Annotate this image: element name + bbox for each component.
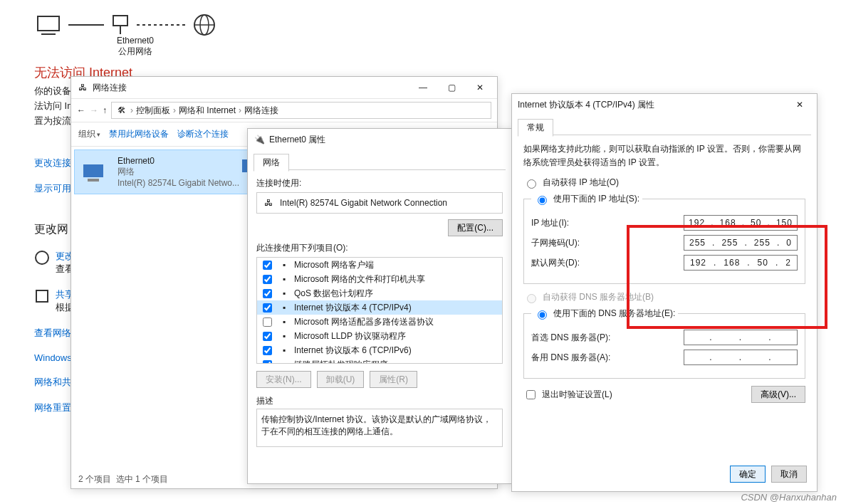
- desc-label: 描述: [256, 395, 503, 407]
- ipv4-close-button[interactable]: ✕: [785, 95, 814, 115]
- configure-button[interactable]: 配置(C)...: [448, 219, 503, 236]
- svg-point-9: [36, 251, 48, 264]
- explorer-nav: ← → ↑ 🛠 ›控制面板 ›网络和 Internet ›网络连接: [71, 98, 497, 122]
- advanced-button[interactable]: 高级(V)...: [751, 386, 805, 403]
- component-label: Microsoft 网络适配器多路传送器协议: [294, 316, 434, 328]
- mask-label: 子网掩码(U):: [531, 237, 580, 249]
- adapter-small-icon: 🔌: [254, 134, 265, 145]
- component-checkbox[interactable]: [263, 317, 272, 327]
- maximize-button[interactable]: ▢: [437, 78, 466, 98]
- svg-rect-10: [36, 290, 48, 302]
- cmd-disable[interactable]: 禁用此网络设备: [109, 128, 169, 140]
- share-icon: [34, 288, 50, 304]
- nic-icon: 🖧: [263, 197, 274, 209]
- tab-network[interactable]: 网络: [254, 154, 289, 172]
- component-label: Microsoft 网络的文件和打印机共享: [294, 273, 425, 285]
- computer-icon: [34, 13, 63, 37]
- crumb-2[interactable]: 网络连接: [244, 105, 278, 117]
- component-label: 链路层拓扑发现响应程序: [294, 359, 388, 364]
- crumb-1[interactable]: 网络和 Internet: [179, 105, 236, 117]
- auto-ip-label: 自动获得 IP 地址(O): [543, 177, 619, 189]
- dns1-label: 首选 DNS 服务器(P):: [531, 332, 610, 344]
- component-item[interactable]: ▪Microsoft 网络客户端: [257, 258, 502, 272]
- component-item[interactable]: ▪Internet 协议版本 4 (TCP/IPv4): [257, 300, 502, 315]
- install-button[interactable]: 安装(N)...: [256, 371, 311, 388]
- validate-checkbox[interactable]: [526, 390, 536, 399]
- adapter-icon: [82, 160, 110, 184]
- component-item[interactable]: ▪Microsoft 网络的文件和打印机共享: [257, 272, 502, 286]
- ip-label: IP 地址(I):: [531, 217, 569, 229]
- component-icon: ▪: [278, 345, 290, 356]
- cmd-diag[interactable]: 诊断这个连接: [177, 128, 229, 140]
- component-item[interactable]: ▪Microsoft 网络适配器多路传送器协议: [257, 315, 502, 329]
- radio-use-dns[interactable]: [538, 310, 547, 320]
- adapter-field: 🖧 Intel(R) 82574L Gigabit Network Connec…: [256, 192, 503, 214]
- back-button[interactable]: ←: [77, 105, 85, 115]
- radio-use-ip[interactable]: [538, 196, 547, 205]
- highlight-box: [627, 225, 827, 329]
- conn-using-label: 连接时使用:: [256, 177, 503, 189]
- globe-icon: [192, 13, 216, 37]
- component-checkbox[interactable]: [263, 303, 272, 313]
- component-checkbox[interactable]: [263, 261, 272, 270]
- radio-auto-ip[interactable]: [527, 179, 536, 189]
- organize-menu[interactable]: 组织: [78, 128, 100, 140]
- component-label: Microsoft LLDP 协议驱动程序: [294, 330, 406, 342]
- up-button[interactable]: ↑: [103, 105, 107, 115]
- explorer-statusbar: 2 个项目 选中 1 个项目: [78, 473, 168, 485]
- component-label: Internet 协议版本 4 (TCP/IPv4): [294, 302, 412, 314]
- explorer-titlebar[interactable]: 🖧网络连接 ― ▢ ✕: [71, 77, 497, 98]
- validate-label: 退出时验证设置(L): [542, 389, 612, 401]
- uses-items-label: 此连接使用下列项目(O):: [256, 242, 503, 254]
- component-checkbox[interactable]: [263, 332, 272, 341]
- component-item[interactable]: ▪QoS 数据包计划程序: [257, 286, 502, 300]
- cancel-button[interactable]: 取消: [771, 466, 807, 483]
- ethernet-properties-dialog: 🔌Ethernet0 属性 网络 连接时使用: 🖧 Intel(R) 82574…: [247, 128, 512, 484]
- forward-button[interactable]: →: [90, 105, 98, 115]
- dns1-input[interactable]: ...: [684, 330, 798, 345]
- component-label: QoS 数据包计划程序: [294, 288, 373, 300]
- conn-adapter: Intel(R) 82574L Gigabit Netwo...: [117, 178, 239, 188]
- properties-button[interactable]: 属性(R): [370, 371, 417, 388]
- ok-button[interactable]: 确定: [730, 466, 766, 483]
- minimize-button[interactable]: ―: [409, 78, 437, 98]
- desc-text: 传输控制协议/Internet 协议。该协议是默认的广域网络协议，于在不同的相互…: [256, 409, 503, 447]
- topology-ethernet-label: Ethernet0 公用网络: [114, 36, 157, 58]
- component-label: Internet 协议版本 6 (TCP/IPv6): [294, 345, 412, 357]
- ipv4-intro: 如果网络支持此功能，则可以获取自动指派的 IP 设置。否则，你需要从网络系统管理…: [523, 142, 805, 169]
- ipv4-titlebar[interactable]: Internet 协议版本 4 (TCP/IPv4) 属性 ✕: [512, 94, 817, 115]
- line-icon: [68, 21, 104, 28]
- props-titlebar[interactable]: 🔌Ethernet0 属性: [248, 129, 511, 150]
- components-list[interactable]: ▪Microsoft 网络客户端▪Microsoft 网络的文件和打印机共享▪Q…: [256, 257, 503, 364]
- crumb-0[interactable]: 控制面板: [136, 105, 170, 117]
- component-icon: ▪: [278, 316, 290, 327]
- component-item[interactable]: ▪Microsoft LLDP 协议驱动程序: [257, 329, 502, 343]
- dashed-line-icon: [137, 21, 187, 28]
- dns2-input[interactable]: ...: [684, 350, 798, 365]
- switch-icon: [110, 13, 131, 37]
- globe-small-icon: [34, 250, 50, 266]
- breadcrumb[interactable]: 🛠 ›控制面板 ›网络和 Internet ›网络连接: [111, 102, 491, 119]
- control-panel-icon: 🛠: [116, 105, 127, 116]
- component-item[interactable]: ▪链路层拓扑发现响应程序: [257, 357, 502, 364]
- network-folder-icon: 🖧: [77, 82, 88, 93]
- adapter-name: Intel(R) 82574L Gigabit Network Connecti…: [280, 198, 447, 208]
- component-checkbox[interactable]: [263, 275, 272, 284]
- svg-rect-0: [38, 16, 59, 31]
- component-checkbox[interactable]: [263, 346, 272, 355]
- component-item[interactable]: ▪Internet 协议版本 6 (TCP/IPv6): [257, 343, 502, 357]
- tab-general[interactable]: 常规: [518, 119, 553, 137]
- conn-net: 网络: [117, 166, 239, 178]
- component-icon: ▪: [278, 259, 290, 271]
- explorer-title: 网络连接: [93, 82, 127, 94]
- watermark: CSDN @Hanxuhanhan: [741, 492, 837, 503]
- component-icon: ▪: [278, 359, 290, 364]
- gw-label: 默认网关(D):: [531, 257, 580, 269]
- uninstall-button[interactable]: 卸载(U): [317, 371, 365, 388]
- component-icon: ▪: [278, 330, 290, 342]
- svg-rect-11: [83, 164, 103, 177]
- component-checkbox[interactable]: [263, 360, 272, 364]
- conn-name: Ethernet0: [117, 156, 239, 166]
- component-checkbox[interactable]: [263, 289, 272, 298]
- close-button[interactable]: ✕: [466, 78, 494, 98]
